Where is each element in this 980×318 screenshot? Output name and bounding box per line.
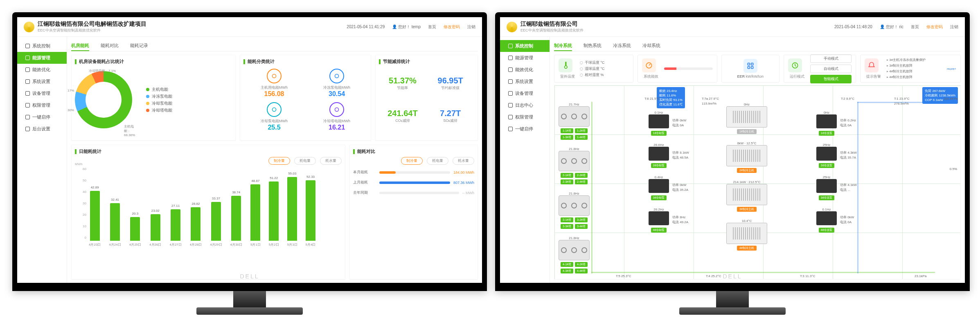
chilled-pump[interactable]: 25Hz 2#冷冻泵 功率 4.3kW电流 35.7A [816,142,857,168]
outdoor-field: ◌湿球温度 °C [580,66,629,72]
alarm-more-link[interactable]: more+ [947,67,956,71]
bar: 20.3 4月25日 [129,212,141,247]
nav-icon [508,103,513,107]
sidebar-item[interactable]: 系统设置 [17,76,67,87]
pipe-p: 23.1kPa [915,274,926,278]
sidebar-item[interactable]: 后台设置 [17,123,67,135]
chilled-pump[interactable]: 25Hz 3#冷冻泵 功率 4.1kW电流 ... [816,175,857,200]
sidebar-item[interactable]: 权限管理 [500,111,550,123]
metric-pill[interactable]: 制冷量 [401,157,423,165]
pipe-t4: T:4 25.2°C [706,274,721,278]
bar: 52.33 5月4日 [306,175,316,247]
sidebar-item[interactable]: 能效优化 [500,64,550,76]
nav-icon [25,91,30,96]
tab[interactable]: 冷却系统 [642,40,660,51]
tab[interactable]: 制热系统 [583,40,602,51]
cooling-pump[interactable]: 0.1Hz 1#冷却泵 功率 0kW电流 0A [649,110,689,136]
chiller-unit[interactable]: 0kW · 12.5°C 2#制冷主机 [726,141,767,173]
pump-icon [816,179,837,193]
chilled-pump[interactable]: 0.1Hz 4#冷冻泵 功率 0kW电流 0A [816,207,857,233]
mode-button[interactable]: 自动模式 [810,65,852,73]
card-label: 室外温度 [559,74,577,79]
sidebar-item[interactable]: 能源管理 [17,52,67,64]
nav-icon [508,44,513,48]
chiller-unit[interactable]: 214.1kW · 212.5°C 3#制冷主机 [726,179,767,212]
legend-swatch [146,102,149,105]
bar: 55.03 5月3日 [287,172,297,247]
chiller-unit[interactable]: 0Hz 1#制冷主机 [726,102,767,134]
sidebar-item[interactable]: 设备管理 [17,87,67,99]
pipe-t1: T:1 23.9°C [894,97,909,101]
metric-pill[interactable]: 耗水量 [320,157,342,165]
cooling-pump[interactable]: 28.6Hz 2#冷却泵 功率 8.1kW电流 48.5A [649,142,689,168]
nav-icon [508,67,513,72]
tab[interactable]: 冷冻系统 [613,40,631,51]
panel-title: 节能减排统计 [379,58,474,65]
sidebar-item[interactable]: 系统控制 [500,40,550,52]
sidebar-item[interactable]: 设备管理 [500,87,550,99]
home-link[interactable]: 首页 [428,24,436,30]
classify-cell: 主机用电能MWh 156.08 [243,67,304,99]
mode-button[interactable]: 手动模式 [810,54,852,63]
bar: 42.89 4月23日 [89,186,101,247]
sidebar-item[interactable]: 权限管理 [17,99,67,111]
classify-icon [267,102,282,117]
nav-icon [25,127,30,131]
app-title: 江铜耶兹铜箔有限公司 [520,20,583,28]
mode-button[interactable]: 智能模式 [810,75,852,83]
chilled-pump[interactable]: 0Hz 1#冷冻泵 功率 0.2Hz电流 0A [816,110,857,136]
card-label: 系统能效 [642,74,660,79]
bubble-output: 负荷 267.6kW冷机能耗 1238.5kWhCOP 6.1w/w [922,87,958,104]
pipe-right-p: 208.8KPa [944,97,958,101]
sidebar-item[interactable]: 系统设置 [500,76,550,87]
tab[interactable]: 制冷系统 [554,40,572,51]
pipe-t7b: 115.9m³/h [702,102,716,105]
tab[interactable]: 能耗记录 [130,40,148,51]
tab[interactable]: 机房能耗 [71,40,89,51]
bar: 27.11 4月27日 [169,204,181,247]
metric-pill[interactable]: 耗电量 [427,157,448,165]
chiller-unit[interactable]: 10.4°C 4#制冷主机 [726,218,767,251]
card-outdoor: 室外温度 ◌干球温度 °C ◌湿球温度 °C ◌相对湿度 % [554,55,633,83]
cooling-pump[interactable]: 0.4Hz 3#冷却泵 功率 0kW电流 35.2A [649,175,689,200]
tab[interactable]: 能耗对比 [101,40,119,51]
svg-point-3 [335,107,339,111]
sidebar-item[interactable]: 能效优化 [17,64,67,76]
logout-link[interactable]: 注销 [950,24,958,30]
metric-pill[interactable]: 耗水量 [453,157,474,165]
eff-bar [664,67,712,70]
app-subtitle: EEC中央空调智能控制及能效优化软件 [520,28,583,33]
sidebar-item[interactable]: 系统控制 [17,40,67,52]
sidebar-item[interactable]: 一键启停 [500,123,550,135]
card-eer: EER kW/kW/ton [721,55,780,83]
nav-icon [508,91,513,96]
header: 江铜耶兹铜箔有限公司电解铜箔改扩建项目 EEC中央空调智能控制及能效优化软件 2… [17,17,482,37]
panel-savings: 节能减排统计 51.37% 节能率 96.95T 节约标准煤 241.64T C… [375,55,478,141]
grid-icon [743,59,757,73]
logout-link[interactable]: 注销 [467,24,475,30]
cooling-tower[interactable]: 21.8Hz 4-1#塔4-2#塔 4-3#塔4-4#塔 [559,235,590,273]
change-pwd-link[interactable]: 修改密码 [444,24,460,30]
nav-icon [508,115,513,119]
cooling-pump[interactable]: 28.2Hz 4#冷却泵 功率 8Hz电流 49.2A [649,207,689,233]
legend-swatch [146,95,149,98]
change-pwd-link[interactable]: 修改密码 [926,24,943,30]
cooling-tower[interactable]: 21.8Hz 2-1#塔2-2#塔 2-3#塔2-4#塔 [559,146,590,184]
sidebar-item[interactable]: 日志中心 [500,99,550,111]
bar: 32.41 4月24日 [109,198,121,247]
donut-callout-chillpump: 冷冻泵电能：13.30% [67,108,74,112]
sidebar-item[interactable]: 能源管理 [500,52,550,64]
home-link[interactable]: 首页 [911,24,919,30]
metric-pill[interactable]: 耗电量 [294,157,316,165]
sidebar-item[interactable]: 一键启停 [17,111,67,123]
classify-cell: 冷却塔电能MWh 16.21 [306,101,367,132]
alarm-item: 3#制冷主机故障 [887,63,947,69]
cooling-tower[interactable]: 21.7Hz 1-1#塔1-2#塔 1-3#塔1-4#塔 [559,102,590,140]
monitor-2: 江铜耶兹铜箔有限公司 EEC中央空调智能控制及能效优化软件 2021-05-04… [495,12,970,315]
pipe-t3: T:3 11.3°C [800,274,815,278]
sidebar: 系统控制能源管理能效优化系统设置设备管理日志中心权限管理一键启停 [500,37,550,283]
hello-user: 👤 您好！ ric [880,24,903,30]
metric-pill[interactable]: 制冷量 [268,157,290,165]
cooling-tower[interactable]: 21.8Hz 3-1#塔3-2#塔 3-3#塔3-4#塔 [559,191,590,229]
card-alarm: 提示告警 3#主机冷冻水低流量保护3#制冷主机故障4#制冷主机故障4#制冷主机故… [860,55,961,83]
